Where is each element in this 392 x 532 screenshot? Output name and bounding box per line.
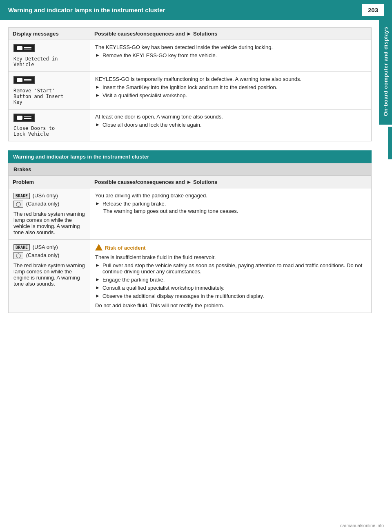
problem-description-1: The red brake system warning lamp comes … — [13, 211, 85, 235]
bullet-arrow: ► — [95, 201, 100, 207]
problem-cell-1: BRAKE (USA only) ◯ (Canada only) The red… — [9, 188, 90, 240]
display-text-3: Close Doors toLock Vehicle — [13, 125, 85, 137]
canada-badge: ◯ — [13, 201, 23, 208]
table-row: Remove 'Start'Button and InsertKey KEYLE… — [9, 72, 372, 110]
table-row: Close Doors toLock Vehicle At least one … — [9, 110, 372, 141]
bullet-arrow: ► — [95, 122, 100, 128]
solution-cell-3: At least one door is open. A warning ton… — [90, 110, 372, 141]
col1-header: Display messages — [9, 28, 90, 40]
solution-row1: You are driving with the parking brake e… — [90, 188, 372, 240]
sidebar-label: On-board computer and displays — [383, 27, 389, 116]
display-cell-2: Remove 'Start'Button and InsertKey — [9, 72, 90, 110]
canada-badge-2: ◯ — [13, 252, 23, 259]
brakes-subsection-header: Brakes — [8, 163, 372, 176]
display-cell-1: Key Detected inVehicle — [9, 40, 90, 72]
table-row: BRAKE (USA only) ◯ (Canada only) The red… — [9, 188, 372, 240]
solution-cell-2: KEYLESS-GO is temporarily malfunctioning… — [90, 72, 372, 110]
key-detected-icon — [13, 44, 35, 52]
bullet-arrow: ► — [95, 285, 100, 291]
brake-badge-2: BRAKE — [13, 244, 30, 250]
page-header: Warning and indicator lamps in the instr… — [0, 0, 392, 20]
display-text-2: Remove 'Start'Button and InsertKey — [13, 88, 85, 105]
brake-badge: BRAKE — [13, 193, 30, 199]
display-text-1: Key Detected inVehicle — [13, 56, 85, 67]
bullet-arrow: ► — [95, 262, 100, 275]
table-row: BRAKE (USA only) ◯ (Canada only) The red… — [9, 240, 372, 313]
display-messages-table: Display messages Possible causes/consequ… — [8, 27, 372, 141]
bullet-arrow: ► — [95, 293, 100, 299]
warning-section-header: Warning and indicator lamps in the instr… — [8, 150, 372, 163]
bullet-arrow: ► — [95, 84, 100, 90]
warning-triangle-icon — [95, 244, 102, 250]
problem-cell-2: BRAKE (USA only) ◯ (Canada only) The red… — [9, 240, 90, 313]
page-number: 203 — [362, 4, 384, 16]
sidebar-marker — [388, 127, 392, 159]
bullet-arrow: ► — [95, 277, 100, 283]
solutions-col-header: Possible causes/consequences and ► Solut… — [90, 176, 372, 188]
main-content: Display messages Possible causes/consequ… — [0, 20, 392, 320]
problem-col-header: Problem — [9, 176, 90, 188]
footer-url: carmanualsonline.info — [340, 523, 384, 528]
problem-table: Problem Possible causes/consequences and… — [8, 176, 372, 313]
problem-description-2: The red brake system warning lamp comes … — [13, 262, 85, 287]
risk-of-accident-header: Risk of accident — [95, 244, 366, 252]
header-title: Warning and indicator lamps in the instr… — [8, 7, 165, 13]
display-cell-3: Close Doors toLock Vehicle — [9, 110, 90, 141]
solution-cell-1: The KEYLESS-GO key has been detected ins… — [90, 40, 372, 72]
col2-header: Possible causes/consequences and ► Solut… — [90, 28, 372, 40]
close-doors-icon — [13, 114, 35, 122]
bullet-arrow: ► — [95, 92, 100, 98]
remove-start-icon — [13, 76, 35, 84]
risk-label: Risk of accident — [105, 245, 146, 251]
bullet-arrow: ► — [95, 52, 100, 58]
sidebar-tab: On-board computer and displays — [379, 18, 392, 125]
solution-row2: Risk of accident There is insufficient b… — [90, 240, 372, 313]
table-row: Key Detected inVehicle The KEYLESS-GO ke… — [9, 40, 372, 72]
